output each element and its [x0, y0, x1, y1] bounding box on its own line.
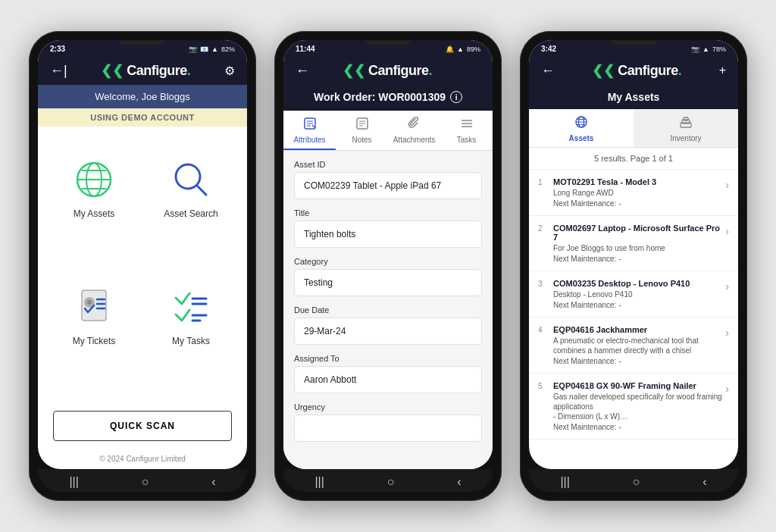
field-due-date: Due Date 29-Mar-24	[294, 305, 482, 345]
phone-3: 3:42 📷 ▲ 78% ← ❮❮ Canfigure. + My Assets	[520, 31, 747, 501]
chevron-icon-2: ›	[725, 224, 729, 237]
field-category-value[interactable]: Testing	[294, 269, 482, 296]
nav-menu-1[interactable]: |||	[69, 475, 78, 489]
assets-tab-label: Assets	[569, 134, 594, 142]
asset-number-4: 4	[538, 325, 550, 334]
asset-item-5[interactable]: 5 EQP04618 GX 90-WF Framing Nailer Gas n…	[529, 374, 738, 440]
quick-scan-button[interactable]: QUICK SCAN	[53, 411, 232, 441]
asset-details-4: EQP04616 Jackhammer A pneumatic or elect…	[550, 325, 725, 365]
logo-3: ❮❮ Canfigure.	[592, 62, 681, 79]
welcome-bar: Welcome, Joe Bloggs	[38, 85, 247, 108]
asset-number-1: 1	[538, 177, 550, 186]
tab-tasks[interactable]: Tasks	[440, 111, 493, 150]
field-assigned-to: Assigned To Aaron Abbott	[294, 354, 482, 393]
nav-home-2[interactable]: ○	[387, 475, 395, 489]
nav-menu-2[interactable]: |||	[314, 475, 324, 489]
assets-tab-inventory[interactable]: Inventory	[634, 109, 738, 147]
globe-icon	[71, 157, 117, 202]
field-urgency-value[interactable]	[294, 415, 482, 442]
nav-menu-3[interactable]: |||	[560, 475, 569, 489]
nav-back-2[interactable]: ‹	[457, 475, 461, 489]
grid-item-asset-search[interactable]: Asset Search	[142, 142, 239, 269]
demo-bar: USING DEMO ACCOUNT	[38, 108, 247, 127]
work-order-content: Asset ID COM02239 Tablet - Apple iPad 67…	[283, 151, 493, 469]
tab-attachments[interactable]: Attachments	[388, 111, 440, 150]
app-header-3: ← ❮❮ Canfigure. +	[529, 56, 738, 85]
grid-item-my-assets[interactable]: My Assets	[45, 142, 142, 269]
field-title-value[interactable]: Tighten bolts	[294, 221, 482, 248]
tasks-icon	[168, 284, 214, 330]
app-header-1: ←| ❮❮ Canfigure. ⚙	[38, 56, 247, 85]
chevron-icon-3: ›	[725, 279, 729, 293]
chevron-icon-5: ›	[725, 381, 729, 395]
assets-tabs: Assets Inventory	[529, 109, 738, 148]
asset-desc-3: Desktop - Lenovo P410	[553, 289, 725, 299]
nav-home-1[interactable]: ○	[142, 475, 149, 489]
status-icons-3: 📷 ▲ 78%	[691, 45, 726, 53]
asset-number-5: 5	[538, 381, 550, 390]
chevron-icon-4: ›	[725, 325, 729, 339]
asset-number-3: 3	[538, 279, 550, 288]
notes-icon	[355, 117, 369, 133]
grid-item-my-tickets[interactable]: My Tickets	[45, 269, 142, 396]
chevron-icon-1: ›	[725, 177, 729, 191]
phone-notch-3	[611, 40, 656, 45]
status-icons-2: 🔔 ▲ 89%	[446, 45, 480, 53]
add-button-3[interactable]: +	[719, 64, 726, 77]
asset-item-1[interactable]: 1 MOT02291 Tesla - Model 3 Long Range AW…	[529, 170, 738, 216]
welcome-text: Welcome, Joe Bloggs	[95, 91, 190, 102]
svg-rect-35	[684, 117, 688, 120]
asset-maintenance-4: Next Maintenance: -	[553, 357, 725, 365]
svg-point-9	[87, 300, 92, 305]
tab-notes[interactable]: Notes	[336, 111, 388, 150]
work-order-title-text: Work Order: WOR0001309	[314, 91, 446, 103]
asset-details-3: COM03235 Desktop - Lenovo P410 Desktop -…	[550, 279, 725, 309]
asset-item-2[interactable]: 2 COM02697 Laptop - Microsoft Surface Pr…	[529, 216, 738, 271]
nav-back-3[interactable]: ‹	[702, 475, 706, 489]
info-icon[interactable]: i	[450, 91, 462, 103]
asset-maintenance-3: Next Maintenance: -	[553, 301, 725, 309]
phone-bottom-nav-2: ||| ○ ‹	[283, 469, 493, 492]
grid-item-my-tasks[interactable]: My Tasks	[142, 269, 239, 396]
field-due-date-value[interactable]: 29-Mar-24	[294, 318, 482, 345]
search-icon	[168, 157, 214, 202]
phone-bottom-nav-3: ||| ○ ‹	[529, 469, 738, 492]
logo-text-2: Canfigure.	[368, 63, 432, 79]
field-assigned-to-label: Assigned To	[294, 354, 482, 363]
logo-icon-1: ❮❮	[101, 62, 124, 79]
asset-maintenance-1: Next Maintenance: -	[553, 199, 725, 208]
inventory-tab-label: Inventory	[670, 134, 701, 142]
demo-text: USING DEMO ACCOUNT	[90, 113, 195, 122]
attributes-icon	[303, 117, 317, 133]
field-assigned-to-value[interactable]: Aaron Abbott	[294, 366, 482, 393]
asset-item-4[interactable]: 4 EQP04616 Jackhammer A pneumatic or ele…	[529, 318, 738, 374]
back-button-3[interactable]: ←	[541, 63, 555, 79]
tab-attributes[interactable]: Attributes	[283, 111, 336, 150]
field-category-label: Category	[294, 257, 482, 266]
asset-desc-5: Gas nailer developed specifically for wo…	[553, 392, 725, 421]
assets-tab-assets[interactable]: Assets	[529, 109, 634, 147]
nav-home-3[interactable]: ○	[633, 475, 640, 489]
back-button-2[interactable]: ←	[296, 63, 309, 79]
work-order-title: Work Order: WOR0001309 i	[296, 91, 480, 103]
tab-notes-label: Notes	[352, 136, 371, 144]
svg-line-6	[197, 186, 206, 195]
field-urgency: Urgency	[294, 402, 482, 442]
battery-3: 78%	[712, 45, 726, 53]
tab-attachments-label: Attachments	[393, 136, 436, 144]
logo-2: ❮❮ Canfigure.	[343, 62, 432, 79]
asset-details-1: MOT02291 Tesla - Model 3 Long Range AWD …	[550, 177, 725, 208]
field-asset-id-label: Asset ID	[294, 160, 482, 169]
back-button-1[interactable]: ←|	[50, 63, 67, 79]
phone-3-screen: 3:42 📷 ▲ 78% ← ❮❮ Canfigure. + My Assets	[529, 40, 738, 469]
asset-maintenance-2: Next Maintenance: -	[553, 255, 725, 263]
field-asset-id-value[interactable]: COM02239 Tablet - Apple iPad 67	[294, 172, 482, 199]
attachments-icon	[408, 117, 421, 133]
nav-back-1[interactable]: ‹	[211, 475, 215, 489]
settings-button-1[interactable]: ⚙	[224, 64, 235, 78]
work-order-header: Work Order: WOR0001309 i	[283, 85, 493, 111]
phone-1-screen: 2:33 📷 📧 ▲ 82% ←| ❮❮ Canfigure. ⚙ We	[38, 40, 247, 469]
asset-details-5: EQP04618 GX 90-WF Framing Nailer Gas nai…	[550, 381, 725, 431]
asset-name-2: COM02697 Laptop - Microsoft Surface Pro …	[553, 224, 725, 242]
asset-item-3[interactable]: 3 COM03235 Desktop - Lenovo P410 Desktop…	[529, 271, 738, 318]
